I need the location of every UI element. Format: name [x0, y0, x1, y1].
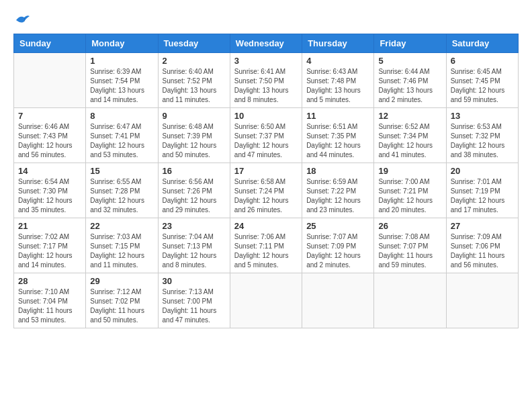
calendar-day-cell: 20Sunrise: 7:01 AMSunset: 7:19 PMDayligh…	[446, 163, 518, 218]
calendar-day-cell: 1Sunrise: 6:39 AMSunset: 7:54 PMDaylight…	[86, 53, 158, 108]
calendar-day-cell: 5Sunrise: 6:44 AMSunset: 7:46 PMDaylight…	[374, 53, 446, 108]
day-number: 1	[90, 56, 153, 66]
calendar-day-cell: 13Sunrise: 6:53 AMSunset: 7:32 PMDayligh…	[446, 108, 518, 163]
calendar-day-cell: 29Sunrise: 7:12 AMSunset: 7:02 PMDayligh…	[86, 273, 158, 328]
calendar-week-row: 1Sunrise: 6:39 AMSunset: 7:54 PMDaylight…	[14, 53, 519, 108]
day-number: 28	[18, 276, 81, 286]
day-number: 10	[234, 111, 298, 121]
day-info: Sunrise: 7:09 AMSunset: 7:06 PMDaylight:…	[451, 232, 514, 270]
day-number: 21	[18, 221, 81, 231]
calendar-day-cell: 7Sunrise: 6:46 AMSunset: 7:43 PMDaylight…	[14, 108, 86, 163]
day-info: Sunrise: 7:10 AMSunset: 7:04 PMDaylight:…	[18, 287, 81, 325]
day-info: Sunrise: 6:56 AMSunset: 7:26 PMDaylight:…	[163, 177, 226, 215]
day-number: 20	[451, 166, 514, 176]
calendar-day-cell: 27Sunrise: 7:09 AMSunset: 7:06 PMDayligh…	[446, 218, 518, 273]
day-info: Sunrise: 7:13 AMSunset: 7:00 PMDaylight:…	[163, 287, 226, 325]
day-info: Sunrise: 7:02 AMSunset: 7:17 PMDaylight:…	[18, 232, 81, 270]
calendar-day-cell	[374, 273, 446, 328]
calendar-day-cell: 19Sunrise: 7:00 AMSunset: 7:21 PMDayligh…	[374, 163, 446, 218]
calendar-day-cell: 6Sunrise: 6:45 AMSunset: 7:45 PMDaylight…	[446, 53, 518, 108]
calendar-week-row: 28Sunrise: 7:10 AMSunset: 7:04 PMDayligh…	[14, 273, 519, 328]
day-number: 7	[18, 111, 81, 121]
day-info: Sunrise: 6:51 AMSunset: 7:35 PMDaylight:…	[306, 122, 369, 160]
day-info: Sunrise: 6:48 AMSunset: 7:39 PMDaylight:…	[163, 122, 226, 160]
day-info: Sunrise: 6:39 AMSunset: 7:54 PMDaylight:…	[90, 67, 153, 105]
day-number: 30	[163, 276, 226, 286]
day-info: Sunrise: 7:12 AMSunset: 7:02 PMDaylight:…	[90, 287, 153, 325]
calendar-header-row: SundayMondayTuesdayWednesdayThursdayFrid…	[14, 34, 519, 53]
day-info: Sunrise: 6:52 AMSunset: 7:34 PMDaylight:…	[378, 122, 441, 160]
calendar-day-cell: 24Sunrise: 7:06 AMSunset: 7:11 PMDayligh…	[230, 218, 302, 273]
day-info: Sunrise: 7:01 AMSunset: 7:19 PMDaylight:…	[451, 177, 514, 215]
calendar-day-cell: 23Sunrise: 7:04 AMSunset: 7:13 PMDayligh…	[158, 218, 230, 273]
day-info: Sunrise: 7:07 AMSunset: 7:09 PMDaylight:…	[306, 232, 369, 270]
day-info: Sunrise: 6:44 AMSunset: 7:46 PMDaylight:…	[378, 67, 441, 105]
calendar-day-cell	[230, 273, 302, 328]
calendar-day-header: Monday	[86, 34, 158, 53]
day-info: Sunrise: 7:00 AMSunset: 7:21 PMDaylight:…	[378, 177, 441, 215]
calendar-day-header: Saturday	[446, 34, 518, 53]
day-info: Sunrise: 6:53 AMSunset: 7:32 PMDaylight:…	[451, 122, 514, 160]
calendar-day-cell: 9Sunrise: 6:48 AMSunset: 7:39 PMDaylight…	[158, 108, 230, 163]
day-number: 5	[378, 56, 441, 66]
day-info: Sunrise: 6:43 AMSunset: 7:48 PMDaylight:…	[306, 67, 369, 105]
calendar-day-cell: 10Sunrise: 6:50 AMSunset: 7:37 PMDayligh…	[230, 108, 302, 163]
day-number: 12	[378, 111, 441, 121]
day-info: Sunrise: 6:55 AMSunset: 7:28 PMDaylight:…	[90, 177, 153, 215]
day-number: 19	[378, 166, 441, 176]
day-info: Sunrise: 6:54 AMSunset: 7:30 PMDaylight:…	[18, 177, 81, 215]
day-number: 8	[90, 111, 153, 121]
day-info: Sunrise: 7:08 AMSunset: 7:07 PMDaylight:…	[378, 232, 441, 270]
calendar-day-cell: 17Sunrise: 6:58 AMSunset: 7:24 PMDayligh…	[230, 163, 302, 218]
calendar-day-cell: 11Sunrise: 6:51 AMSunset: 7:35 PMDayligh…	[302, 108, 374, 163]
day-number: 14	[18, 166, 81, 176]
day-number: 26	[378, 221, 441, 231]
day-number: 29	[90, 276, 153, 286]
calendar-day-header: Thursday	[302, 34, 374, 53]
calendar-day-cell: 3Sunrise: 6:41 AMSunset: 7:50 PMDaylight…	[230, 53, 302, 108]
day-number: 25	[306, 221, 369, 231]
day-number: 11	[306, 111, 369, 121]
calendar-week-row: 21Sunrise: 7:02 AMSunset: 7:17 PMDayligh…	[14, 218, 519, 273]
calendar-day-cell	[302, 273, 374, 328]
calendar-day-header: Tuesday	[158, 34, 230, 53]
day-info: Sunrise: 6:40 AMSunset: 7:52 PMDaylight:…	[163, 67, 226, 105]
calendar-day-cell: 12Sunrise: 6:52 AMSunset: 7:34 PMDayligh…	[374, 108, 446, 163]
calendar-day-cell: 14Sunrise: 6:54 AMSunset: 7:30 PMDayligh…	[14, 163, 86, 218]
day-info: Sunrise: 6:58 AMSunset: 7:24 PMDaylight:…	[234, 177, 298, 215]
calendar-day-cell: 26Sunrise: 7:08 AMSunset: 7:07 PMDayligh…	[374, 218, 446, 273]
calendar-day-cell: 4Sunrise: 6:43 AMSunset: 7:48 PMDaylight…	[302, 53, 374, 108]
logo-bird-icon	[15, 13, 31, 27]
calendar-day-cell	[14, 53, 86, 108]
day-number: 9	[163, 111, 226, 121]
calendar-day-header: Wednesday	[230, 34, 302, 53]
calendar-day-cell: 18Sunrise: 6:59 AMSunset: 7:22 PMDayligh…	[302, 163, 374, 218]
day-number: 6	[451, 56, 514, 66]
day-info: Sunrise: 7:06 AMSunset: 7:11 PMDaylight:…	[234, 232, 298, 270]
day-number: 18	[306, 166, 369, 176]
calendar-day-cell	[446, 273, 518, 328]
day-number: 17	[234, 166, 298, 176]
day-info: Sunrise: 7:04 AMSunset: 7:13 PMDaylight:…	[163, 232, 226, 270]
day-info: Sunrise: 6:46 AMSunset: 7:43 PMDaylight:…	[18, 122, 81, 160]
calendar-week-row: 7Sunrise: 6:46 AMSunset: 7:43 PMDaylight…	[14, 108, 519, 163]
day-info: Sunrise: 6:47 AMSunset: 7:41 PMDaylight:…	[90, 122, 153, 160]
calendar-day-cell: 22Sunrise: 7:03 AMSunset: 7:15 PMDayligh…	[86, 218, 158, 273]
day-number: 15	[90, 166, 153, 176]
day-number: 16	[163, 166, 226, 176]
day-number: 27	[451, 221, 514, 231]
logo	[13, 13, 31, 27]
day-number: 23	[163, 221, 226, 231]
calendar-day-cell: 15Sunrise: 6:55 AMSunset: 7:28 PMDayligh…	[86, 163, 158, 218]
calendar-week-row: 14Sunrise: 6:54 AMSunset: 7:30 PMDayligh…	[14, 163, 519, 218]
calendar-day-cell: 21Sunrise: 7:02 AMSunset: 7:17 PMDayligh…	[14, 218, 86, 273]
calendar-table: SundayMondayTuesdayWednesdayThursdayFrid…	[13, 34, 519, 328]
day-number: 4	[306, 56, 369, 66]
day-info: Sunrise: 6:45 AMSunset: 7:45 PMDaylight:…	[451, 67, 514, 105]
day-number: 2	[163, 56, 226, 66]
day-info: Sunrise: 6:59 AMSunset: 7:22 PMDaylight:…	[306, 177, 369, 215]
calendar-day-cell: 25Sunrise: 7:07 AMSunset: 7:09 PMDayligh…	[302, 218, 374, 273]
day-number: 22	[90, 221, 153, 231]
calendar-day-cell: 30Sunrise: 7:13 AMSunset: 7:00 PMDayligh…	[158, 273, 230, 328]
calendar-day-header: Friday	[374, 34, 446, 53]
